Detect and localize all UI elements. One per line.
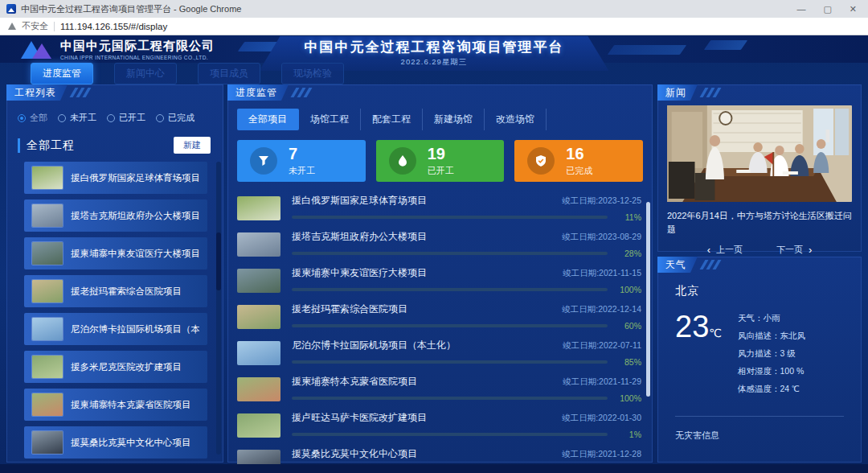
progress-percent: 100% [614,393,641,403]
project-name: 援柬埔寨特本克蒙省医院项目 [71,399,191,411]
project-name: 援柬埔寨中柬友谊医疗大楼项目 [292,266,427,280]
stat-card-started[interactable]: 19 已开工 [376,140,505,182]
progress-percent: 85% [614,357,641,367]
completion-date: 竣工日期:2022-01-30 [562,413,641,424]
project-list: 援白俄罗斯国家足球体育场项目 援塔吉克斯坦政府办公大楼项目 援柬埔寨中柬友谊医疗… [24,162,207,459]
minimize-icon[interactable]: — [796,0,805,18]
status-filter-radio[interactable]: 全部 [18,112,47,124]
completion-date: 竣工日期:2021-11-29 [563,376,641,388]
project-thumbnail [32,431,63,454]
news-prev-button[interactable]: ‹ 上一页 [707,244,743,256]
disaster-info: 无灾害信息 [675,430,844,442]
stat-label: 已完成 [566,165,592,177]
project-list-scrollbar[interactable] [216,162,221,454]
close-icon[interactable]: ✕ [850,0,857,18]
insecure-warning-icon[interactable] [8,23,16,30]
tab[interactable]: 场馆工程 [299,109,361,130]
progress-row[interactable]: 援塔吉克斯坦政府办公大楼项目 竣工日期:2023-08-29 28% [227,226,653,262]
panel-title-tag: 工程列表 [6,84,68,101]
project-list-panel: 工程列表 全部 未开工 已开工 [6,84,223,463]
project-list-item[interactable]: 援莫桑比克莫中文化中心项目 [24,426,207,459]
browser-urlbar[interactable]: 不安全 111.194.126.155/#/display [0,18,868,35]
weather-city: 北京 [675,284,844,298]
project-thumbnail [237,450,280,473]
tab[interactable]: 新建场馆 [423,109,485,130]
news-next-label: 下一页 [776,244,803,256]
progress-percent: 60% [614,321,641,331]
news-caption: 2022年6月14日，中方与塔方讨论生活区搬迁问题 [667,209,852,236]
weather-detail-line: 相对湿度：100 % [738,366,805,377]
project-thumbnail [237,341,280,365]
progress-row[interactable]: 援莫桑比克莫中文化中心项目 竣工日期:2021-12-28 97% [227,443,653,473]
chevron-right-icon: › [809,244,812,256]
status-filter-radio[interactable]: 未开工 [58,112,96,124]
project-list-item[interactable]: 援柬埔寨中柬友谊医疗大楼项目 [24,237,207,269]
project-name: 援白俄罗斯国家足球体育场项目 [71,172,199,184]
radio-icon [156,114,164,122]
status-filter-radio[interactable]: 已开工 [107,112,145,124]
news-next-button[interactable]: 下一页 › [776,244,812,256]
project-list-item[interactable]: 援老挝玛霍索综合医院项目 [24,275,207,307]
tab[interactable]: 配套工程 [361,109,423,130]
project-list-item[interactable]: 援塔吉克斯坦政府办公大楼项目 [24,199,207,232]
project-thumbnail [32,393,63,416]
progress-row[interactable]: 援柬埔寨特本克蒙省医院项目 竣工日期:2021-11-29 100% [227,371,653,407]
nav-button[interactable]: 现场检验 [281,63,344,84]
completion-date: 竣工日期:2023-12-25 [562,195,641,207]
status-filter-radio[interactable]: 已完成 [156,112,194,124]
panel-title-tag: 进度监管 [227,84,289,101]
filter-label: 已开工 [119,112,145,124]
progress-track [292,324,608,327]
tag-decor [702,260,719,269]
temperature-unit: ℃ [709,327,722,339]
status-filter-group: 全部 未开工 已开工 已完成 [18,112,223,124]
project-list-item[interactable]: 援多米尼克医院改扩建项目 [24,351,207,383]
browser-titlebar: 中国中元全过程工程咨询项目管理平台 - Google Chrome — ▢ ✕ [0,0,868,18]
radio-icon [18,114,26,122]
company-logo-icon [21,39,53,60]
progress-percent: 100% [614,285,641,294]
weather-panel: 天气 北京 23℃ 天气：小雨 风向描述：东北风 风力描述：3 级 [657,257,862,463]
nav-button[interactable]: 项目成员 [198,63,260,84]
nav-button[interactable]: 进度监管 [31,63,93,84]
project-name: 援多米尼克医院改扩建项目 [71,361,182,373]
stat-card-completed[interactable]: 16 已完成 [514,140,643,182]
progress-row[interactable]: 援老挝玛霍索综合医院项目 竣工日期:2022-12-14 60% [227,298,653,335]
tab[interactable]: 改造场馆 [485,109,547,130]
project-thumbnail [32,280,63,302]
progress-row[interactable]: 尼泊尔博卡拉国际机场项目（本土化） 竣工日期:2022-07-11 85% [227,335,653,371]
new-project-button[interactable]: 新建 [174,137,211,154]
tab[interactable]: 全部项目 [237,109,299,130]
news-photo[interactable] [667,105,852,202]
url-text[interactable]: 111.194.126.155/#/display [60,22,167,31]
weather-details: 天气：小雨 风向描述：东北风 风力描述：3 级 相对湿度：100 % 体感温度：… [738,313,805,395]
project-name: 援柬埔寨特本克蒙省医院项目 [292,375,417,389]
maximize-icon[interactable]: ▢ [823,0,831,18]
progress-track [292,397,608,400]
project-list-item[interactable]: 援柬埔寨特本克蒙省医院项目 [24,389,207,421]
progress-track [292,288,608,291]
project-list-item[interactable]: 援白俄罗斯国家足球体育场项目 [24,162,207,194]
progress-row[interactable]: 援卢旺达马萨卡医院改扩建项目 竣工日期:2022-01-30 1% [227,407,653,443]
window-controls: — ▢ ✕ [796,0,862,18]
project-name: 援老挝玛霍索综合医院项目 [292,302,407,316]
progress-row[interactable]: 援白俄罗斯国家足球体育场项目 竣工日期:2023-12-25 11% [227,190,653,226]
stat-card-not-started[interactable]: 7 未开工 [237,140,366,182]
radio-icon [58,114,66,122]
project-name: 援老挝玛霍索综合医院项目 [71,286,182,298]
project-list-item[interactable]: 尼泊尔博卡拉国际机场项目（本土化） [24,313,207,345]
progress-row[interactable]: 援柬埔寨中柬友谊医疗大楼项目 竣工日期:2021-11-15 100% [227,262,653,298]
project-thumbnail [32,318,63,340]
drop-icon [389,147,416,175]
tag-decor [72,88,88,97]
shield-check-icon [527,147,555,175]
scrollbar-thumb[interactable] [216,232,221,290]
security-label[interactable]: 不安全 [22,20,48,32]
progress-list-scrollbar[interactable] [646,202,650,397]
progress-track [292,252,608,255]
project-name: 尼泊尔博卡拉国际机场项目（本土化） [292,339,456,352]
nav-button[interactable]: 新闻中心 [114,63,177,84]
filter-label: 全部 [30,112,47,124]
company-name-cn: 中国中元国际工程有限公司 [60,39,215,54]
project-thumbnail [237,377,280,401]
